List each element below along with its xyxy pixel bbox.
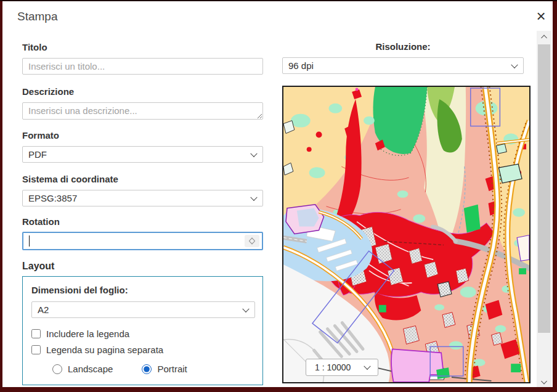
number-spinner[interactable] (245, 235, 259, 247)
descrizione-label: Descrizione (22, 86, 74, 97)
scroll-up-icon[interactable] (541, 35, 547, 41)
scroll-down-icon[interactable] (541, 378, 547, 385)
rotation-input[interactable] (23, 233, 262, 249)
rotation-label: Rotation (22, 216, 60, 227)
resolution-select[interactable]: 96 dpi (282, 57, 524, 74)
landscape-label: Landscape (68, 364, 113, 374)
scrollbar-thumb[interactable] (538, 44, 550, 333)
landscape-radio[interactable] (52, 364, 62, 374)
formato-label: Formato (22, 130, 59, 141)
resolution-label: Risoluzione: (282, 41, 524, 52)
layout-heading: Layout (22, 261, 54, 272)
portrait-option[interactable]: Portrait (142, 364, 187, 374)
layout-section: Dimensioni del foglio: A2 Includere la l… (22, 276, 263, 385)
landscape-option[interactable]: Landscape (52, 364, 113, 374)
coordinate-label: Sistema di coordinate (22, 174, 118, 184)
scale-select[interactable]: 1 : 10000 (306, 359, 378, 376)
formato-select[interactable]: PDF (22, 146, 263, 163)
include-legend-checkbox[interactable] (31, 329, 41, 338)
portrait-radio[interactable] (142, 364, 152, 374)
dialog-title: Stampa (17, 10, 57, 23)
close-icon[interactable]: × (531, 6, 551, 26)
text-caret (29, 235, 30, 247)
include-legend-label: Includere la legenda (46, 329, 129, 339)
map-preview[interactable]: 1 : 10000 (282, 86, 531, 383)
map-preview-image (283, 87, 529, 382)
chevron-down-icon (364, 363, 370, 370)
rotation-field-focused (22, 232, 263, 250)
coordinate-select[interactable]: EPSG:3857 (22, 190, 263, 206)
titolo-label: Titolo (22, 42, 47, 52)
sheet-size-label: Dimensioni del foglio: (31, 285, 254, 295)
titolo-input[interactable] (22, 58, 263, 75)
separate-page-checkbox[interactable] (31, 345, 41, 354)
print-dialog: Stampa × Titolo Descrizione Formato PDF … (2, 1, 553, 387)
sheet-size-select[interactable]: A2 (31, 301, 255, 318)
scale-value: 1 : 10000 (315, 362, 351, 372)
portrait-label: Portrait (157, 364, 187, 374)
include-legend-row[interactable]: Includere la legenda (31, 329, 254, 339)
descrizione-textarea[interactable] (22, 102, 263, 120)
separate-page-label: Legenda su pagina separata (46, 345, 163, 355)
vertical-scrollbar[interactable] (537, 31, 551, 387)
separate-page-row[interactable]: Legenda su pagina separata (31, 345, 254, 355)
